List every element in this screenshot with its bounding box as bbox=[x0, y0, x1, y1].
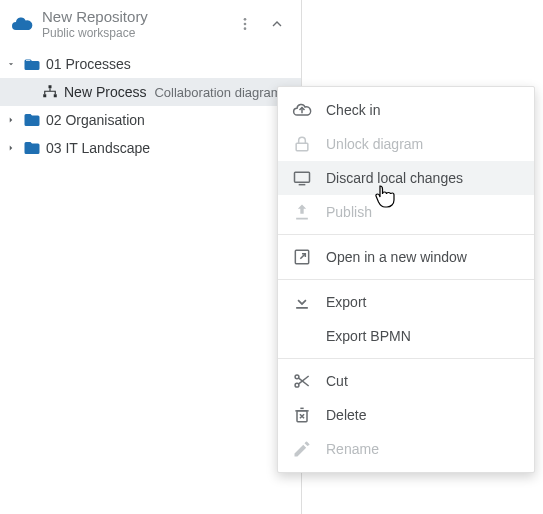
svg-rect-5 bbox=[54, 94, 57, 97]
menu-label: Rename bbox=[326, 441, 379, 457]
menu-label: Delete bbox=[326, 407, 366, 423]
collapse-button[interactable] bbox=[263, 10, 291, 38]
delete-icon bbox=[292, 405, 312, 425]
tree: 01 Processes New Process Collaboration d… bbox=[0, 46, 301, 162]
caret-right-icon bbox=[4, 115, 18, 125]
svg-rect-3 bbox=[49, 85, 52, 88]
menu-delete[interactable]: Delete bbox=[278, 398, 534, 432]
menu-label: Open in a new window bbox=[326, 249, 467, 265]
folder-icon bbox=[22, 111, 42, 129]
repo-title: New Repository bbox=[42, 8, 223, 25]
pencil-icon bbox=[292, 439, 312, 459]
screen-icon bbox=[292, 168, 312, 188]
repo-header: New Repository Public workspace bbox=[0, 0, 301, 46]
svg-rect-4 bbox=[43, 94, 46, 97]
menu-separator bbox=[278, 279, 534, 280]
tree-item-type: Collaboration diagram . bbox=[154, 85, 288, 100]
svg-point-1 bbox=[244, 23, 247, 26]
cloud-upload-icon bbox=[292, 100, 312, 120]
menu-separator bbox=[278, 234, 534, 235]
tree-item-label: New Process bbox=[64, 84, 146, 100]
menu-label: Cut bbox=[326, 373, 348, 389]
tree-item-03-it-landscape[interactable]: 03 IT Landscape bbox=[0, 134, 301, 162]
lock-icon bbox=[292, 134, 312, 154]
tree-item-label: 03 IT Landscape bbox=[46, 140, 150, 156]
svg-point-0 bbox=[244, 18, 247, 21]
tree-item-label: 02 Organisation bbox=[46, 112, 145, 128]
menu-export-bpmn[interactable]: Export BPMN bbox=[278, 319, 534, 353]
menu-check-in[interactable]: Check in bbox=[278, 93, 534, 127]
menu-export[interactable]: Export bbox=[278, 285, 534, 319]
tree-item-new-process[interactable]: New Process Collaboration diagram . bbox=[0, 78, 301, 106]
menu-open-new-window[interactable]: Open in a new window bbox=[278, 240, 534, 274]
svg-point-10 bbox=[295, 375, 299, 379]
cloud-icon bbox=[10, 12, 34, 36]
tree-item-label: 01 Processes bbox=[46, 56, 131, 72]
repo-subtitle: Public workspace bbox=[42, 26, 223, 40]
menu-rename: Rename bbox=[278, 432, 534, 466]
menu-label: Export BPMN bbox=[326, 328, 411, 344]
sidebar: New Repository Public workspace 01 Proce… bbox=[0, 0, 302, 514]
external-link-icon bbox=[292, 247, 312, 267]
menu-label: Unlock diagram bbox=[326, 136, 423, 152]
more-button[interactable] bbox=[231, 10, 259, 38]
caret-down-icon bbox=[4, 59, 18, 69]
svg-point-11 bbox=[295, 383, 299, 387]
svg-rect-7 bbox=[295, 172, 310, 182]
caret-right-icon bbox=[4, 143, 18, 153]
menu-publish: Publish bbox=[278, 195, 534, 229]
diagram-icon bbox=[40, 83, 60, 101]
context-menu: Check in Unlock diagram Discard local ch… bbox=[277, 86, 535, 473]
menu-separator bbox=[278, 358, 534, 359]
menu-label: Discard local changes bbox=[326, 170, 463, 186]
menu-label: Export bbox=[326, 294, 366, 310]
tree-item-02-organisation[interactable]: 02 Organisation bbox=[0, 106, 301, 134]
download-icon bbox=[292, 292, 312, 312]
svg-point-2 bbox=[244, 27, 247, 30]
folder-open-icon bbox=[22, 55, 42, 73]
svg-rect-6 bbox=[296, 143, 308, 151]
menu-discard-local-changes[interactable]: Discard local changes bbox=[278, 161, 534, 195]
tree-item-01-processes[interactable]: 01 Processes bbox=[0, 50, 301, 78]
folder-icon bbox=[22, 139, 42, 157]
upload-icon bbox=[292, 202, 312, 222]
menu-label: Check in bbox=[326, 102, 380, 118]
menu-cut[interactable]: Cut bbox=[278, 364, 534, 398]
menu-unlock-diagram: Unlock diagram bbox=[278, 127, 534, 161]
menu-label: Publish bbox=[326, 204, 372, 220]
scissors-icon bbox=[292, 371, 312, 391]
repo-title-block: New Repository Public workspace bbox=[42, 8, 223, 40]
